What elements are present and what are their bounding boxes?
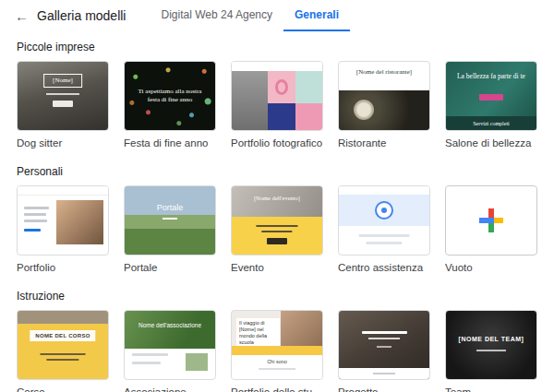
gallery-tabs: Digital Web 24 Agency Generali	[150, 0, 350, 31]
template-card-ristorante[interactable]: [Nome del ristorante] Ristorante	[338, 61, 430, 148]
decor-band	[232, 346, 322, 355]
decor-line	[259, 368, 295, 370]
decor-line	[476, 350, 505, 351]
section-istruzione: Istruzione NOME DEL CORSO Corso Nome del…	[17, 290, 537, 392]
template-thumbnail[interactable]: [Nome]	[17, 61, 109, 131]
thumb-subtitle: Servizi completi	[446, 116, 536, 130]
decor-line	[46, 93, 78, 95]
template-thumbnail[interactable]	[445, 185, 537, 255]
page-title: Galleria modelli	[37, 0, 126, 31]
thumb-title: Portale	[125, 203, 215, 212]
gallery-header: ← Galleria modelli Digital Web 24 Agency…	[0, 0, 554, 31]
thumb-subtitle: Chi sono	[232, 359, 322, 364]
tab-generali[interactable]: Generali	[283, 0, 350, 31]
template-thumbnail[interactable]: Nome dell'associazione	[124, 310, 216, 380]
template-thumbnail[interactable]	[338, 310, 430, 380]
section-title: Personali	[17, 165, 537, 178]
decor-photo	[268, 103, 295, 130]
template-card-dog-sitter[interactable]: [Nome] Dog sitter	[17, 61, 109, 148]
template-thumbnail[interactable]: [NOME DEL TEAM]	[445, 310, 537, 380]
thumb-title: Il viaggio di [Nome] nel mondo della scu…	[236, 318, 280, 349]
template-thumbnail[interactable]	[231, 61, 323, 131]
thumb-title: NOME DEL CORSO	[30, 330, 95, 341]
template-thumbnail[interactable]: Ti aspettiamo alla nostra festa di fine …	[124, 61, 216, 131]
thumb-title: [Nome]	[43, 74, 82, 88]
template-card-salone-di-bellezza[interactable]: La bellezza fa parte di te Servizi compl…	[445, 61, 537, 148]
decor-button	[479, 94, 503, 101]
template-card-progetto[interactable]: Progetto	[338, 310, 430, 392]
decor-line	[24, 220, 47, 222]
template-row: NOME DEL CORSO Corso Nome dell'associazi…	[17, 310, 537, 392]
thumb-title: [Nome del ristorante]	[339, 68, 429, 76]
decor-button	[53, 101, 73, 107]
decor-button	[267, 238, 287, 244]
back-arrow-icon[interactable]: ←	[15, 0, 35, 31]
decor-line	[41, 353, 86, 355]
template-thumbnail[interactable]: NOME DEL CORSO	[17, 310, 109, 380]
decor-line	[359, 234, 410, 237]
template-thumbnail[interactable]	[17, 185, 109, 255]
decor-band	[232, 217, 322, 255]
decor-dot	[381, 208, 387, 213]
template-name: Corso	[17, 386, 109, 392]
decor-line	[366, 242, 402, 244]
decor-line	[377, 346, 391, 348]
decor-photo	[18, 311, 108, 324]
decor-link-line	[24, 229, 41, 232]
decor-line	[132, 353, 168, 356]
thumb-title: Ti aspettiamo alla nostra festa di fine …	[132, 88, 208, 105]
template-card-centro-assistenza[interactable]: Centro assistenza	[338, 185, 430, 273]
decor-line	[261, 231, 292, 232]
decor-line	[24, 213, 46, 216]
template-card-associazione[interactable]: Nome dell'associazione Associazione	[124, 310, 216, 392]
template-thumbnail[interactable]: Il viaggio di [Nome] nel mondo della scu…	[231, 310, 323, 380]
thumb-title: Nome dell'associazione	[125, 322, 215, 328]
template-card-portfolio-dello-studente[interactable]: Il viaggio di [Nome] nel mondo della scu…	[231, 310, 323, 392]
template-thumbnail[interactable]: [Nome del ristorante]	[338, 61, 430, 131]
decor-photo	[125, 311, 215, 349]
section-title: Piccole imprese	[17, 41, 537, 53]
template-thumbnail[interactable]: Portale	[124, 185, 216, 255]
decor-line	[373, 373, 395, 374]
tab-agency[interactable]: Digital Web 24 Agency	[150, 0, 283, 31]
template-card-portale[interactable]: Portale Portale	[124, 185, 216, 273]
template-card-vuoto[interactable]: Vuoto	[445, 185, 537, 273]
decor-photo	[268, 71, 295, 103]
template-name: Portale	[124, 262, 216, 273]
template-row: Portfolio Portale Portale [Nome dell'eve…	[17, 185, 537, 273]
decor-line	[362, 331, 407, 334]
template-card-festa-di-fine-anno[interactable]: Ti aspettiamo alla nostra festa di fine …	[124, 61, 216, 148]
decor-photo	[339, 90, 429, 130]
template-name: Salone di bellezza	[445, 137, 537, 148]
decor-line	[368, 338, 399, 339]
decor-line	[163, 218, 177, 220]
decor-circle-icon	[375, 201, 393, 220]
template-name: Festa di fine anno	[124, 137, 216, 148]
decor-line	[24, 207, 49, 209]
template-card-portfolio[interactable]: Portfolio	[17, 185, 109, 273]
template-card-corso[interactable]: NOME DEL CORSO Corso	[17, 310, 109, 392]
template-name: Associazione	[124, 386, 216, 392]
decor-plus-vertical	[488, 208, 494, 232]
section-piccole-imprese: Piccole imprese [Nome] Dog sitter Ti asp…	[17, 41, 537, 148]
template-name: Ristorante	[338, 137, 430, 148]
template-thumbnail[interactable]	[338, 185, 430, 255]
decor-photo-grid	[232, 71, 322, 130]
template-card-evento[interactable]: [Nome dell'evento] Evento	[231, 185, 323, 273]
template-gallery: Piccole imprese [Nome] Dog sitter Ti asp…	[0, 41, 554, 392]
template-name: Dog sitter	[17, 137, 109, 148]
template-name: Portfolio dello studente	[231, 386, 323, 392]
template-thumbnail[interactable]: [Nome dell'evento]	[231, 185, 323, 255]
template-card-portfolio-fotografico[interactable]: Portfolio fotografico	[231, 61, 323, 148]
decor-photo	[56, 200, 103, 244]
decor-line	[256, 225, 297, 227]
template-name: Portfolio	[17, 262, 109, 273]
decor-photo	[232, 186, 322, 217]
template-name: Vuoto	[445, 262, 537, 273]
template-thumbnail[interactable]: La bellezza fa parte di te Servizi compl…	[445, 61, 537, 131]
thumb-title: [Nome dell'evento]	[232, 195, 322, 201]
template-card-team[interactable]: [NOME DEL TEAM] Team	[445, 310, 537, 392]
decor-photo	[295, 103, 322, 130]
thumb-title: La bellezza fa parte di te	[453, 72, 529, 81]
template-name: Team	[445, 386, 537, 392]
